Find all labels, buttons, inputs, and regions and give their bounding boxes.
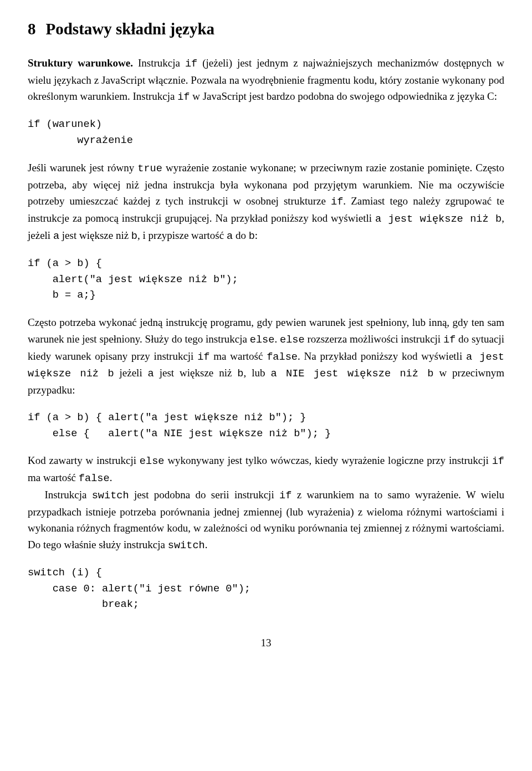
code-inline-false: false: [79, 472, 110, 484]
code-inline-if: if: [443, 334, 456, 346]
code-inline-else: else: [250, 334, 275, 346]
section-title: Podstawy składni języka: [46, 20, 215, 38]
code-inline-true: true: [137, 162, 162, 175]
code-block-4: switch (i) { case 0: alert("i jest równe…: [28, 565, 504, 613]
page-number: 13: [28, 635, 504, 651]
code-inline-false: false: [267, 351, 298, 363]
code-inline-b: b: [249, 230, 255, 242]
code-block-2: if (a > b) { alert("a jest większe niż b…: [28, 256, 504, 304]
code-inline-else: else: [280, 334, 305, 346]
code-inline-if: if: [331, 196, 343, 208]
code-inline-a: a: [227, 230, 233, 242]
paragraph-4: Kod zawarty w instrukcji else wykonywany…: [28, 452, 504, 487]
code-inline-if: if: [185, 58, 197, 70]
code-inline-else: else: [140, 455, 165, 467]
code-inline-msg: a jest większe niż b: [375, 213, 502, 225]
code-inline-if: if: [492, 455, 504, 467]
section-heading: 8Podstawy składni języka: [28, 17, 504, 42]
code-inline-a: a: [148, 367, 154, 380]
code-inline-msg: a NIE jest większe niż b: [270, 367, 433, 380]
paragraph-3: Często potrzeba wykonać jedną instrukcję…: [28, 314, 504, 398]
code-inline-if: if: [197, 351, 209, 363]
code-inline-b: b: [237, 367, 243, 380]
section-number: 8: [28, 20, 36, 38]
code-inline-b: b: [131, 230, 137, 242]
paragraph-5: Instrukcja switch jest podobna do serii …: [28, 487, 504, 554]
code-inline-a: a: [53, 230, 59, 242]
code-inline-switch: switch: [168, 539, 205, 552]
para1-lead: Struktury warunkowe.: [28, 57, 133, 69]
code-inline-if: if: [279, 489, 291, 502]
paragraph-2: Jeśli warunek jest równy true wyrażenie …: [28, 160, 504, 244]
paragraph-1: Struktury warunkowe. Instrukcja if (jeże…: [28, 55, 504, 105]
code-inline-if: if: [177, 91, 190, 103]
code-block-3: if (a > b) { alert("a jest większe niż b…: [28, 410, 504, 442]
code-inline-switch: switch: [92, 489, 129, 502]
code-block-1: if (warunek) wyrażenie: [28, 116, 504, 149]
